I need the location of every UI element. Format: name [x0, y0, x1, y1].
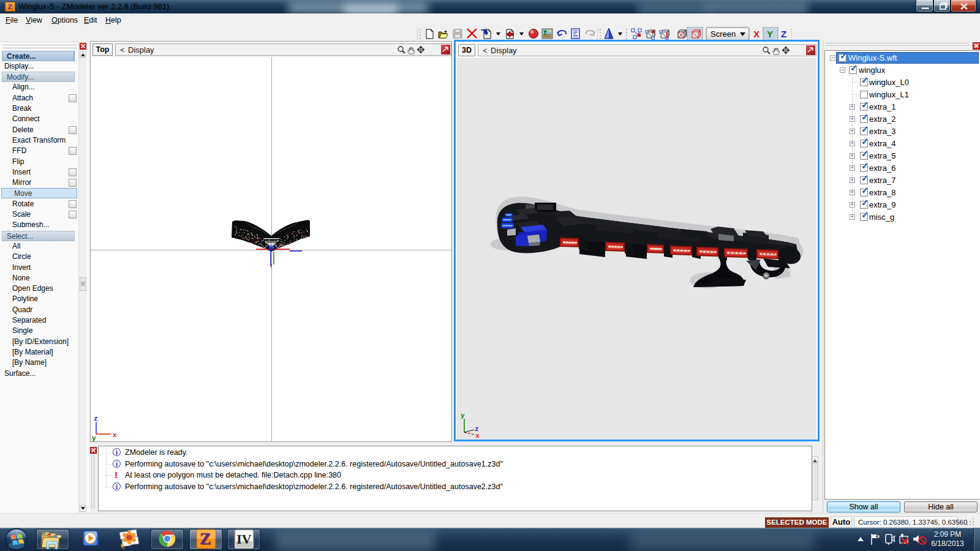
- svg-text:X: X: [753, 29, 760, 39]
- svg-text:Y: Y: [767, 29, 773, 39]
- svg-text:y: y: [461, 412, 465, 419]
- svg-text:y: y: [92, 435, 96, 441]
- svg-text:z: z: [94, 415, 98, 422]
- svg-text:Z: Z: [200, 529, 211, 548]
- svg-text:x: x: [113, 432, 117, 439]
- svg-text:Screen: Screen: [710, 29, 736, 39]
- svg-text:x: x: [475, 432, 480, 440]
- svg-text:Z: Z: [781, 29, 786, 39]
- svg-text:IV: IV: [236, 531, 252, 547]
